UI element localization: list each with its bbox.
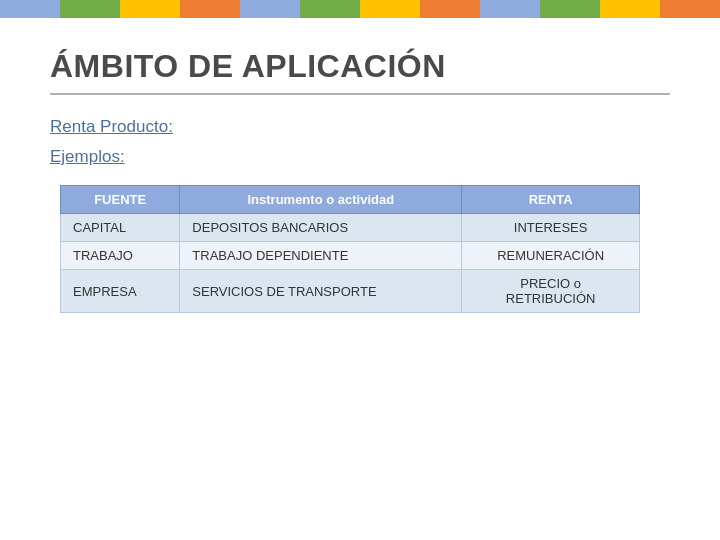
top-bar-segment [300, 0, 360, 18]
col-header-renta: RENTA [462, 186, 640, 214]
ejemplos-heading: Ejemplos: [50, 147, 670, 167]
top-bar-segment [60, 0, 120, 18]
top-bar [0, 0, 720, 18]
cell-fuente-3: EMPRESA [61, 270, 180, 313]
top-bar-segment [660, 0, 720, 18]
renta-producto-heading: Renta Producto: [50, 117, 670, 137]
title-divider [50, 93, 670, 95]
cell-renta-2: REMUNERACIÓN [462, 242, 640, 270]
table-row: TRABAJO TRABAJO DEPENDIENTE REMUNERACIÓN [61, 242, 640, 270]
top-bar-segment [0, 0, 60, 18]
top-bar-segment [120, 0, 180, 18]
top-bar-segment [420, 0, 480, 18]
top-bar-segment [480, 0, 540, 18]
page-title: ÁMBITO DE APLICACIÓN [50, 48, 670, 85]
top-bar-segment [240, 0, 300, 18]
cell-instrumento-3: SERVICIOS DE TRANSPORTE [180, 270, 462, 313]
cell-fuente-1: CAPITAL [61, 214, 180, 242]
top-bar-segment [540, 0, 600, 18]
cell-renta-1: INTERESES [462, 214, 640, 242]
top-bar-segment [360, 0, 420, 18]
table-row: CAPITAL DEPOSITOS BANCARIOS INTERESES [61, 214, 640, 242]
col-header-instrumento: Instrumento o actividad [180, 186, 462, 214]
top-bar-segment [600, 0, 660, 18]
cell-instrumento-1: DEPOSITOS BANCARIOS [180, 214, 462, 242]
main-content: ÁMBITO DE APLICACIÓN Renta Producto: Eje… [0, 18, 720, 333]
top-bar-segment [180, 0, 240, 18]
cell-fuente-2: TRABAJO [61, 242, 180, 270]
cell-instrumento-2: TRABAJO DEPENDIENTE [180, 242, 462, 270]
col-header-fuente: FUENTE [61, 186, 180, 214]
content-table: FUENTE Instrumento o actividad RENTA CAP… [60, 185, 640, 313]
table-row: EMPRESA SERVICIOS DE TRANSPORTE PRECIO o… [61, 270, 640, 313]
table-header-row: FUENTE Instrumento o actividad RENTA [61, 186, 640, 214]
cell-renta-3: PRECIO oRETRIBUCIÓN [462, 270, 640, 313]
